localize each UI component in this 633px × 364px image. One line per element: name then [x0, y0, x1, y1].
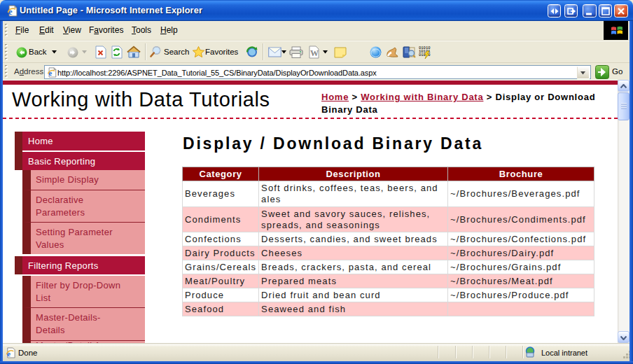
svg-text:W: W	[310, 48, 319, 58]
